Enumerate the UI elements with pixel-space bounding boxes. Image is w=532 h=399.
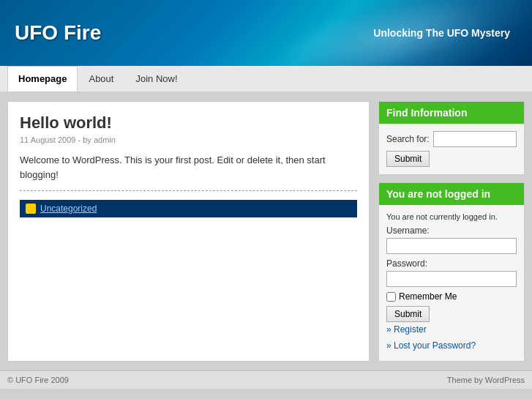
login-button[interactable]: Login xyxy=(386,306,430,322)
main-content: Hello world! 11 August 2009 - by admin W… xyxy=(7,101,370,362)
footer-left: © UFO Fire 2009 xyxy=(7,376,69,384)
post-meta: 11 August 2009 - by admin xyxy=(20,135,357,144)
remember-checkbox[interactable] xyxy=(386,292,396,302)
lost-password-link[interactable]: Lost your Password? xyxy=(386,338,517,354)
page-wrapper: Hello world! 11 August 2009 - by admin W… xyxy=(0,92,532,370)
sidebar: Find Information Search for: Search You … xyxy=(378,101,525,362)
login-links: Register Lost your Password? xyxy=(386,322,517,354)
tag-bar: Uncategorized xyxy=(20,200,357,217)
register-link[interactable]: Register xyxy=(386,322,517,338)
password-label: Password: xyxy=(386,258,517,269)
nav-item-homepage[interactable]: Homepage xyxy=(7,66,78,92)
find-info-widget: Find Information Search for: Search xyxy=(378,101,525,175)
footer-right: Theme by WordPress xyxy=(447,376,525,384)
search-row: Search for: xyxy=(386,131,517,147)
username-label: Username: xyxy=(386,225,517,236)
find-info-header: Find Information xyxy=(379,102,524,124)
remember-row: Remember Me xyxy=(386,291,517,302)
page-footer: © UFO Fire 2009 Theme by WordPress xyxy=(0,370,532,389)
remember-label: Remember Me xyxy=(399,291,457,302)
login-body: You are not currently logged in. Usernam… xyxy=(379,205,524,361)
login-header: You are not logged in xyxy=(379,183,524,205)
search-button[interactable]: Search xyxy=(386,151,430,167)
tag-icon xyxy=(26,204,36,214)
post-title: Hello world! xyxy=(20,113,357,133)
main-nav: Homepage About Join Now! xyxy=(0,66,532,92)
not-logged-text: You are not currently logged in. xyxy=(386,212,517,221)
search-label: Search for: xyxy=(386,134,430,144)
tag-link[interactable]: Uncategorized xyxy=(40,204,97,214)
site-tagline: Unlocking The UFO Mystery xyxy=(373,27,510,39)
password-input[interactable] xyxy=(386,271,517,287)
nav-item-join[interactable]: Join Now! xyxy=(124,66,188,92)
find-info-body: Search for: Search xyxy=(379,124,524,174)
site-title: UFO Fire xyxy=(15,21,101,45)
username-input[interactable] xyxy=(386,238,517,254)
login-widget: You are not logged in You are not curren… xyxy=(378,182,525,362)
nav-item-about[interactable]: About xyxy=(78,66,124,92)
post-content: Welcome to WordPress. This is your first… xyxy=(20,153,357,182)
site-header: UFO Fire Unlocking The UFO Mystery xyxy=(0,0,532,66)
search-input[interactable] xyxy=(433,131,517,147)
post-divider xyxy=(20,190,357,191)
